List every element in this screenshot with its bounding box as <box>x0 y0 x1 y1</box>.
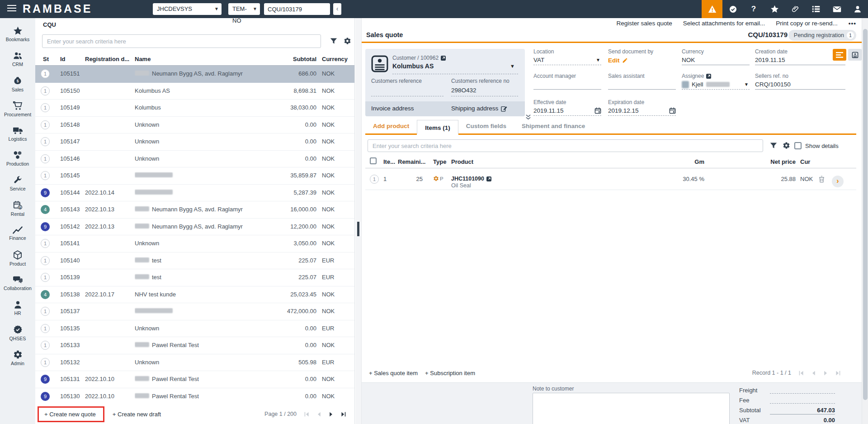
quote-list-row[interactable]: 91051312022.10.10Pawel Rental Test0.00NO… <box>35 371 354 388</box>
items-search-input[interactable] <box>368 139 763 152</box>
assignee-select[interactable]: Kjell ▼ <box>682 80 750 90</box>
sidebar-item-collaboration[interactable]: Collaboration <box>0 271 35 295</box>
quote-list-row[interactable]: 91051442022.10.145,287.39NOK <box>35 185 354 202</box>
card-view-toggle[interactable] <box>848 49 862 61</box>
col-st[interactable]: St <box>43 56 49 62</box>
invoice-address-tab[interactable]: Invoice address <box>371 105 414 112</box>
note-to-customer-textarea[interactable] <box>533 393 730 424</box>
select-attachments-link[interactable]: Select attachments for email... <box>683 20 765 27</box>
sidebar-item-bookmarks[interactable]: Bookmarks <box>0 22 35 47</box>
list-view-toggle[interactable] <box>833 49 846 61</box>
vertical-scrollbar[interactable] <box>862 18 868 424</box>
col-remaining[interactable]: Remaini... <box>398 158 425 165</box>
customer-name[interactable]: Kolumbus AS <box>392 62 434 70</box>
attachments-icon[interactable] <box>785 0 806 18</box>
quote-list-row[interactable]: 41051382022.10.17NHV test kunde25,023.45… <box>35 286 354 304</box>
edit-pencil-icon[interactable] <box>501 105 507 112</box>
calendar-icon[interactable] <box>669 107 676 114</box>
quote-list-row[interactable]: 1105141Unknown3,050.00NOK <box>35 235 354 252</box>
col-subtotal[interactable]: Subtotal <box>274 56 316 62</box>
sidebar-item-qhses[interactable]: QHSES <box>0 320 35 345</box>
tab-shipment-finance[interactable]: Shipment and finance <box>514 119 593 133</box>
col-id[interactable]: Id <box>60 56 66 62</box>
first-page-icon[interactable] <box>304 411 310 417</box>
add-subscription-item-button[interactable]: + Subscription item <box>425 370 475 376</box>
quote-list-row[interactable]: 1105150Kolumbus AS8,698.31NOK <box>35 83 354 100</box>
last-page-icon[interactable] <box>835 370 841 376</box>
shipping-address-tab[interactable]: Shipping address <box>451 105 507 112</box>
col-currency[interactable]: Currency <box>322 56 348 62</box>
approvals-icon[interactable] <box>722 0 743 18</box>
sidebar-item-crm[interactable]: CRM <box>0 47 35 71</box>
sidebar-item-production[interactable]: Production <box>0 146 35 171</box>
delete-item-icon[interactable] <box>818 176 825 183</box>
quote-list-row[interactable]: 110514535,859.87NOK <box>35 167 354 185</box>
quote-list-row[interactable]: 1105151Neumann Bygg AS, avd. Raglamyr686… <box>35 66 354 83</box>
quote-list-row[interactable]: 41051432022.10.13Neumann Bygg AS, avd. R… <box>35 201 354 219</box>
quote-list-row[interactable]: 1105133Pawel Rental Test0.00NOK <box>35 337 354 354</box>
tab-add-product[interactable]: Add product <box>365 119 417 133</box>
next-page-icon[interactable] <box>823 370 829 376</box>
next-page-icon[interactable] <box>328 411 334 417</box>
product-link[interactable]: JHC1101090 <box>451 176 491 182</box>
favorites-icon[interactable] <box>764 0 785 18</box>
system-select[interactable]: JHCDEVSYS▼ <box>153 3 222 15</box>
last-page-icon[interactable] <box>340 411 346 417</box>
sidebar-item-sales[interactable]: $ Sales <box>0 71 35 96</box>
col-product[interactable]: Product <box>451 158 473 165</box>
quote-list-row[interactable]: 91051422022.10.13Neumann Bygg AS, avd. R… <box>35 219 354 236</box>
list-search-input[interactable] <box>42 34 321 48</box>
col-cur[interactable]: Cur <box>800 158 810 165</box>
items-filter-icon[interactable] <box>770 142 777 149</box>
freight-input-line[interactable] <box>770 393 835 394</box>
sidebar-item-admin[interactable]: Admin <box>0 345 35 370</box>
expiration-date-input[interactable]: 2019.12.15 <box>608 106 676 116</box>
select-all-checkbox[interactable] <box>370 157 377 164</box>
register-sales-quote-link[interactable]: Register sales quote <box>617 20 672 27</box>
scrollbar-thumb[interactable] <box>863 29 868 400</box>
prev-page-icon[interactable] <box>316 411 322 417</box>
sidebar-item-product[interactable]: Product <box>0 246 35 271</box>
show-details-checkbox[interactable] <box>794 142 802 149</box>
add-sales-quote-item-button[interactable]: + Sales quote item <box>369 370 418 376</box>
location-select[interactable]: VAT▼ <box>533 55 601 65</box>
item-row[interactable]: 1 1 25 P JHC1101090 Oil Seal 30.45 % 25.… <box>365 168 856 190</box>
splitter-handle[interactable] <box>357 222 359 236</box>
effective-date-input[interactable]: 2019.11.15 <box>533 106 601 116</box>
col-type[interactable]: Type <box>433 158 446 165</box>
external-link-icon[interactable] <box>486 176 491 181</box>
messages-icon[interactable] <box>826 0 847 18</box>
customer-dropdown-caret[interactable]: ▼ <box>510 63 515 69</box>
quote-list-row[interactable]: 1105147Unknown0.00NOK <box>35 133 354 151</box>
sidebar-item-logistics[interactable]: Logistics <box>0 121 35 146</box>
quote-list-row[interactable]: 1105132Unknown505.98EUR <box>35 354 354 372</box>
filter-icon[interactable] <box>330 38 337 45</box>
collapse-button[interactable]: ‹ <box>333 3 341 15</box>
quote-list-row[interactable]: 91051302022.10.10Pawel Rental Test0.00NO… <box>35 388 354 405</box>
sidebar-item-rental[interactable]: $ Rental <box>0 196 35 221</box>
first-page-icon[interactable] <box>798 370 804 376</box>
edit-send-document-link[interactable]: Edit <box>608 57 628 64</box>
fee-input-line[interactable] <box>770 403 835 404</box>
customers-reference-no-value[interactable]: 298O432 <box>451 87 476 94</box>
quote-list-row[interactable]: 1105148Unknown0.00NOK <box>35 117 354 134</box>
col-gm[interactable]: Gm <box>650 158 704 165</box>
quote-list-row[interactable]: 1105139test225.07EUR <box>35 269 354 286</box>
task-list-icon[interactable] <box>806 0 826 18</box>
prev-page-icon[interactable] <box>811 370 816 376</box>
tab-custom-fields[interactable]: Custom fields <box>458 119 514 133</box>
col-name[interactable]: Name <box>135 56 151 62</box>
alerts-icon[interactable] <box>702 0 722 18</box>
more-actions-menu[interactable]: ••• <box>849 20 856 27</box>
settings-gear-icon[interactable] <box>344 37 351 45</box>
col-registration-date[interactable]: Registration d... <box>85 56 129 62</box>
help-icon[interactable]: ? <box>743 0 764 18</box>
quote-list-row[interactable]: 1105140test225.07EUR <box>35 252 354 270</box>
sidebar-item-procurement[interactable]: Procurement <box>0 96 35 121</box>
sidebar-item-finance[interactable]: Finance <box>0 221 35 246</box>
quote-list-row[interactable]: 1105135Unknown0.00EUR <box>35 320 354 338</box>
hamburger-menu-icon[interactable] <box>7 5 16 13</box>
tab-items[interactable]: Items (1) <box>417 120 458 135</box>
create-new-draft-button[interactable]: + Create new draft <box>113 411 161 418</box>
calendar-icon[interactable] <box>594 107 601 114</box>
